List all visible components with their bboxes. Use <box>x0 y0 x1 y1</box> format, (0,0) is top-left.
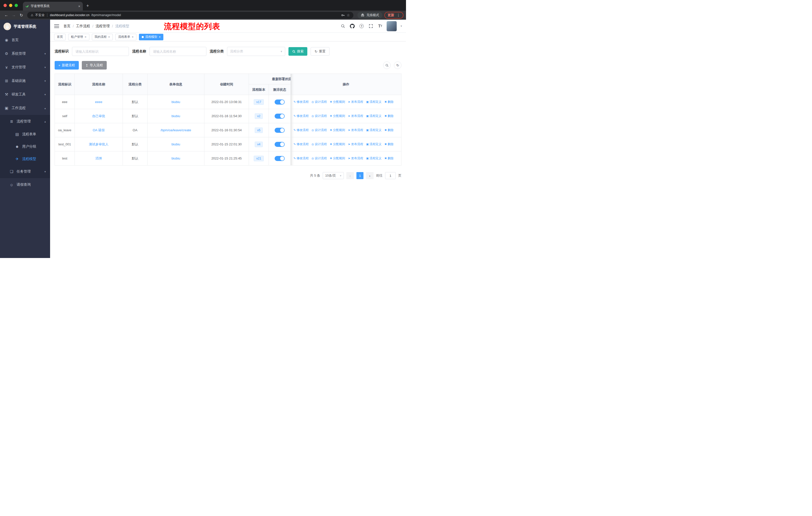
sidebar-item-process-management[interactable]: ≣ 流程管理 ▴ <box>0 115 50 128</box>
form-info-link[interactable]: biubiu <box>171 114 180 118</box>
close-icon[interactable]: × <box>132 35 134 39</box>
browser-update-button[interactable]: 更新 ⋮ <box>384 12 404 19</box>
row-action-link[interactable]: ✖ 删除 <box>384 128 394 132</box>
close-icon[interactable]: × <box>85 35 87 39</box>
breadcrumb-workflow[interactable]: 工作流程 <box>76 24 90 28</box>
row-action-link[interactable]: ▣ 流程定义 <box>366 114 381 118</box>
active-toggle[interactable] <box>274 128 285 133</box>
form-info-link[interactable]: biubiu <box>171 100 180 104</box>
row-action-link[interactable]: ➤ 发布流程 <box>348 156 363 161</box>
user-avatar[interactable] <box>387 21 397 31</box>
reset-button[interactable]: ↻ 重置 <box>311 47 329 56</box>
form-info-link[interactable]: biubiu <box>171 157 180 160</box>
row-action-link[interactable]: ✖ 删除 <box>384 114 394 118</box>
tag-home[interactable]: 首页 <box>54 34 66 40</box>
row-action-link[interactable]: ✎ 修改流程 <box>293 142 309 146</box>
import-process-button[interactable]: ↥ 导入流程 <box>82 61 107 70</box>
row-action-link[interactable]: ◎ 设计流程 <box>312 156 327 161</box>
sidebar-item-workflow[interactable]: ▣ 工作流程 ▴ <box>0 101 50 115</box>
process-name-link[interactable]: OA 请假 <box>93 128 105 132</box>
row-action-link[interactable]: ◎ 设计流程 <box>312 114 327 118</box>
row-action-link[interactable]: ❖ 分配规则 <box>330 114 345 118</box>
github-icon[interactable] <box>349 23 355 29</box>
process-name-link[interactable]: 测试多审批人 <box>89 142 109 146</box>
close-icon[interactable]: × <box>108 35 110 39</box>
security-label[interactable]: 不安全 <box>35 13 45 18</box>
row-action-link[interactable]: ❖ 分配规则 <box>330 156 345 161</box>
row-action-link[interactable]: ◎ 设计流程 <box>312 100 327 104</box>
toggle-search-button[interactable] <box>383 61 390 69</box>
password-key-icon[interactable] <box>341 13 345 17</box>
row-action-link[interactable]: ➤ 发布流程 <box>348 142 363 146</box>
close-icon[interactable]: × <box>159 35 161 39</box>
browser-tab[interactable]: 芋道管理系统 × <box>23 2 83 10</box>
page-size-select[interactable]: 10条/页 ▾ <box>323 172 344 179</box>
active-toggle[interactable] <box>274 156 285 161</box>
row-action-link[interactable]: ✖ 删除 <box>384 156 394 161</box>
font-size-icon[interactable]: TT <box>377 23 383 29</box>
minimize-window-button[interactable] <box>9 4 12 7</box>
reload-icon[interactable]: ↻ <box>18 13 25 18</box>
active-toggle[interactable] <box>274 114 285 119</box>
breadcrumb-process-management[interactable]: 流程管理 <box>96 24 110 28</box>
sidebar-item-task-management[interactable]: ❏ 任务管理 ▾ <box>0 165 50 178</box>
row-action-link[interactable]: ❖ 分配规则 <box>330 128 345 132</box>
row-action-link[interactable]: ▣ 流程定义 <box>366 100 381 104</box>
sidebar-item-process-form[interactable]: ▤ 流程表单 <box>0 128 50 140</box>
row-action-link[interactable]: ✖ 删除 <box>384 142 394 146</box>
tag-process-form[interactable]: 流程表单 × <box>115 34 137 40</box>
fullscreen-icon[interactable] <box>368 23 374 29</box>
process-name-link[interactable]: 自己审批 <box>92 114 105 118</box>
forward-icon[interactable]: → <box>10 13 18 18</box>
row-action-link[interactable]: ◎ 设计流程 <box>312 128 327 132</box>
page-button-1[interactable]: 1 <box>356 172 364 179</box>
row-action-link[interactable]: ◎ 设计流程 <box>312 142 327 146</box>
avatar-caret-icon[interactable]: ▾ <box>401 24 402 28</box>
maximize-window-button[interactable] <box>14 4 18 7</box>
category-select[interactable]: 流程分类 ▾ <box>227 47 285 56</box>
goto-page-input[interactable] <box>385 172 396 179</box>
row-action-link[interactable]: ▣ 流程定义 <box>366 128 381 132</box>
search-button[interactable]: 搜索 <box>288 47 307 56</box>
url-bar[interactable]: ⚠ 不安全 dashboard.yudao.iocoder.cn /bpm/ma… <box>27 12 353 19</box>
process-id-input[interactable] <box>72 47 129 56</box>
active-toggle[interactable] <box>274 100 285 105</box>
browser-menu-icon[interactable]: ⋮ <box>397 13 400 17</box>
bookmark-star-icon[interactable]: ☆ <box>347 13 350 17</box>
sidebar-item-payment[interactable]: ¥ 支付管理 ▾ <box>0 60 50 74</box>
row-action-link[interactable]: ✎ 修改流程 <box>293 156 309 161</box>
sidebar-item-leave-query[interactable]: ☺ 请假查询 <box>0 178 50 191</box>
row-action-link[interactable]: ✎ 修改流程 <box>293 100 309 104</box>
tag-my-process[interactable]: 我的流程 × <box>92 34 113 40</box>
new-tab-button[interactable]: + <box>86 3 89 10</box>
sidebar-item-system[interactable]: ⚙ 系统管理 ▾ <box>0 47 50 60</box>
row-action-link[interactable]: ❖ 分配规则 <box>330 100 345 104</box>
form-info-link[interactable]: /bpm/oa/leave/create <box>161 128 191 132</box>
process-name-link[interactable]: eeee <box>95 100 103 104</box>
sidebar-item-process-model[interactable]: ✈ 流程模型 <box>0 153 50 165</box>
row-action-link[interactable]: ❖ 分配规则 <box>330 142 345 146</box>
next-page-button[interactable]: › <box>366 172 374 179</box>
row-action-link[interactable]: ➤ 发布流程 <box>348 114 363 118</box>
back-icon[interactable]: ← <box>2 13 10 18</box>
breadcrumb-home[interactable]: 首页 <box>63 24 70 28</box>
update-label[interactable]: 更新 <box>388 13 394 18</box>
sidebar-item-home[interactable]: ◉ 首页 <box>0 33 50 47</box>
refresh-button[interactable]: ↻ <box>394 61 402 69</box>
active-toggle[interactable] <box>274 142 285 147</box>
search-icon[interactable] <box>340 23 346 29</box>
tag-process-model[interactable]: 流程模型 × <box>139 34 164 40</box>
prev-page-button[interactable]: ‹ <box>346 172 354 179</box>
sidebar-item-infrastructure[interactable]: ⊞ 基础设施 ▾ <box>0 74 50 88</box>
row-action-link[interactable]: ▣ 流程定义 <box>366 156 381 161</box>
tag-tenant-management[interactable]: 租户管理 × <box>68 34 89 40</box>
row-action-link[interactable]: ➤ 发布流程 <box>348 100 363 104</box>
sidebar-item-user-group[interactable]: ☻ 用户分组 <box>0 140 50 153</box>
help-icon[interactable]: ? <box>359 23 364 29</box>
row-action-link[interactable]: ➤ 发布流程 <box>348 128 363 132</box>
process-name-input[interactable] <box>149 47 206 56</box>
row-action-link[interactable]: ▣ 流程定义 <box>366 142 381 146</box>
close-window-button[interactable] <box>3 4 7 7</box>
tab-close-icon[interactable]: × <box>78 4 80 8</box>
create-process-button[interactable]: + 新建流程 <box>55 61 79 70</box>
